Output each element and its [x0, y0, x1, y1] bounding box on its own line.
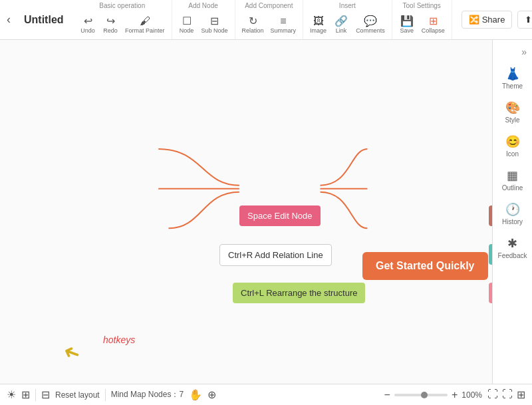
save-button[interactable]: 💾 Save [396, 13, 418, 35]
zoom-minus-button[interactable]: − [384, 389, 390, 401]
zoom-thumb [421, 392, 428, 398]
share-label: Share [482, 15, 505, 25]
theme-label: Theme [502, 82, 523, 90]
link-icon: 🔗 [334, 15, 348, 27]
reset-layout-button[interactable]: Reset layout [55, 390, 100, 400]
undo-label: Undo [80, 27, 95, 34]
summary-label: Summary [271, 27, 297, 34]
sidebar-item-outline[interactable]: ▦ Outline [493, 163, 532, 197]
node-enter-insert[interactable]: Enter Insert Node [489, 205, 492, 226]
redo-label: Redo [103, 27, 118, 34]
main-area: Get Started Quickly Space Edit Node Ctrl… [0, 40, 532, 384]
style-label: Style [505, 116, 519, 124]
toolbar-group-tool-settings-label: Tool Settings [403, 2, 441, 9]
sidebar-item-style[interactable]: 🎨 Style [493, 95, 532, 129]
fullscreen-icon-1[interactable]: ⛶ [487, 388, 498, 401]
center-node[interactable]: Get Started Quickly [362, 252, 488, 280]
undo-button[interactable]: ↩ Undo [77, 13, 98, 35]
separator-1 [35, 389, 36, 401]
link-label: Link [336, 27, 347, 34]
node-button[interactable]: ☐ Node [176, 13, 198, 35]
node-ctrl-l-text: Ctrl+L Rearrange the structure [241, 288, 357, 298]
style-icon: 🎨 [505, 100, 520, 115]
reset-layout-icon: ⊟ [41, 388, 50, 401]
node-ctrl-r-text: Ctrl+R Add Relation Line [228, 250, 323, 260]
summary-icon: ≡ [280, 15, 286, 27]
center-node-text: Get Started Quickly [376, 260, 475, 272]
right-sidebar: » 👗 Theme 🎨 Style 😊 Icon ▦ Outline 🕐 His… [492, 40, 532, 384]
node-del-delete[interactable]: Del Delete Node [489, 283, 492, 303]
node-tab-insert[interactable]: Tab Insert Sub node [489, 244, 492, 265]
node-label: Node [180, 27, 194, 34]
fullscreen-icon-3[interactable]: ⊞ [517, 388, 525, 401]
zoom-control: − + 100% [384, 389, 482, 401]
node-space-edit-text: Space Edit Node [247, 211, 313, 221]
redo-button[interactable]: ↪ Redo [100, 13, 121, 35]
link-button[interactable]: 🔗 Link [331, 13, 352, 35]
collapse-icon: ⊞ [429, 15, 438, 27]
collapse-button[interactable]: ⊞ Collapse [419, 13, 448, 35]
sidebar-item-history[interactable]: 🕐 History [493, 197, 532, 231]
image-icon: 🖼 [313, 15, 324, 27]
relation-button[interactable]: ↻ Relation [239, 13, 267, 35]
zoom-slider[interactable] [394, 394, 448, 396]
toolbar-group-tool-settings: Tool Settings 💾 Save ⊞ Collapse [392, 0, 452, 39]
comments-icon: 💬 [364, 15, 377, 27]
format-painter-button[interactable]: 🖌 Format Painter [122, 13, 168, 35]
sidebar-item-feedback[interactable]: ✱ Feedback [493, 231, 532, 265]
tool-settings-buttons: 💾 Save ⊞ Collapse [396, 9, 448, 39]
hand-icon[interactable]: ✋ [189, 388, 202, 401]
toolbar-group-insert-label: Insert [339, 2, 356, 9]
format-painter-label: Format Painter [125, 27, 165, 34]
node-ctrl-l[interactable]: Ctrl+L Rearrange the structure [233, 283, 365, 303]
outline-label: Outline [502, 184, 523, 192]
separator-2 [105, 389, 106, 401]
export-icon: ⬆ [525, 15, 532, 25]
image-label: Image [310, 27, 327, 34]
redo-icon: ↪ [106, 15, 115, 27]
node-icon: ☐ [182, 15, 192, 27]
theme-icon: 👗 [505, 67, 520, 81]
zoom-plus-button[interactable]: + [452, 389, 458, 401]
image-button[interactable]: 🖼 Image [307, 13, 329, 35]
toolbar-group-add-component-label: Add Component [245, 2, 293, 9]
sidebar-item-theme[interactable]: 👗 Theme [493, 61, 532, 95]
title-area: Untitled [17, 0, 70, 39]
grid-icon[interactable]: ⊞ [21, 388, 30, 401]
summary-button[interactable]: ≡ Summary [268, 13, 299, 35]
basic-buttons: ↩ Undo ↪ Redo 🖌 Format Painter [77, 9, 168, 39]
relation-label: Relation [242, 27, 264, 34]
node-space-edit[interactable]: Space Edit Node [239, 205, 321, 226]
sun-icon[interactable]: ☀ [7, 388, 16, 401]
canvas[interactable]: Get Started Quickly Space Edit Node Ctrl… [0, 40, 492, 384]
toolbar: Basic operation ↩ Undo ↪ Redo 🖌 Format P… [70, 0, 455, 39]
comments-button[interactable]: 💬 Comments [353, 13, 388, 35]
history-icon: 🕐 [505, 202, 520, 217]
toolbar-group-insert: Insert 🖼 Image 🔗 Link 💬 Comments [303, 0, 392, 39]
insert-buttons: 🖼 Image 🔗 Link 💬 Comments [307, 9, 388, 39]
comments-label: Comments [356, 27, 385, 34]
sub-node-icon: ⊟ [210, 15, 219, 27]
share-button[interactable]: 🔀 Share [462, 11, 513, 29]
collapse-label: Collapse [422, 27, 445, 34]
back-button[interactable]: ‹ [0, 0, 17, 39]
export-button[interactable]: ⬆ Export [517, 11, 532, 29]
add-component-buttons: ↻ Relation ≡ Summary [239, 9, 299, 39]
icon-label: Icon [506, 150, 519, 158]
save-label: Save [400, 27, 414, 34]
toolbar-group-basic: Basic operation ↩ Undo ↪ Redo 🖌 Format P… [73, 0, 172, 39]
share-icon: 🔀 [469, 15, 479, 25]
icon-icon: 😊 [505, 134, 520, 149]
outline-icon: ▦ [507, 168, 518, 183]
node-ctrl-r[interactable]: Ctrl+R Add Relation Line [219, 244, 332, 266]
sub-node-button[interactable]: ⊟ Sub Node [199, 13, 231, 35]
save-icon: 💾 [400, 15, 414, 27]
feedback-icon: ✱ [507, 236, 517, 251]
toolbar-group-add-node: Add Node ☐ Node ⊟ Sub Node [172, 0, 235, 39]
sidebar-item-icon[interactable]: 😊 Icon [493, 129, 532, 163]
pointer-icon[interactable]: ⊕ [207, 388, 216, 401]
format-painter-icon: 🖌 [140, 15, 150, 27]
fullscreen-icon-2[interactable]: ⛶ [502, 388, 513, 401]
sidebar-collapse-button[interactable]: » [493, 43, 532, 61]
collapse-sidebar-icon: » [521, 47, 527, 57]
